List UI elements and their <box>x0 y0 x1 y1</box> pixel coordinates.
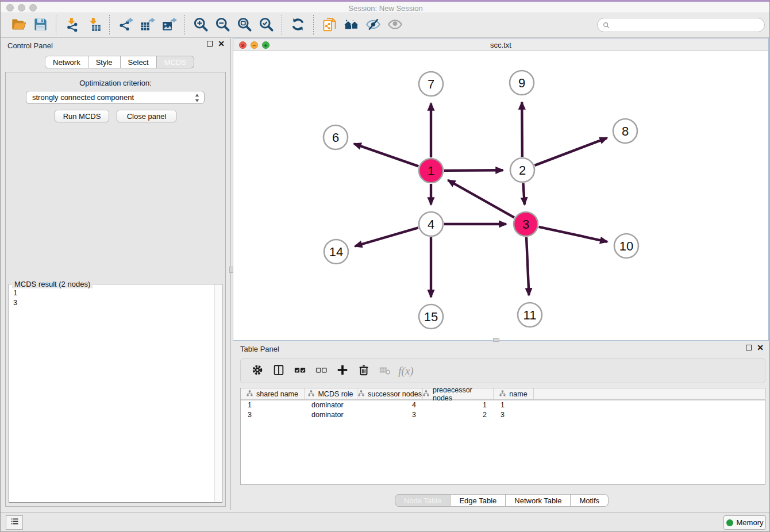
table-row[interactable]: 1dominator411 <box>241 400 765 410</box>
column-header-successor-nodes[interactable]: successor nodes <box>357 388 423 399</box>
edge-2-8[interactable] <box>535 138 607 165</box>
search-box[interactable] <box>597 18 765 32</box>
column-header-MCDS-role[interactable]: MCDS role <box>305 388 357 399</box>
result-scrollbar[interactable] <box>214 284 222 502</box>
node-1[interactable]: 1 <box>419 159 443 183</box>
table-float-panel-icon[interactable] <box>746 345 752 350</box>
close-panel-button[interactable]: Close panel <box>117 110 176 122</box>
node-7[interactable]: 7 <box>419 72 443 96</box>
table-cell[interactable]: 3 <box>241 410 305 420</box>
refresh-button[interactable] <box>287 16 309 35</box>
import-table-button[interactable] <box>83 16 105 35</box>
table-cell[interactable]: 1 <box>241 400 305 410</box>
tab-motifs[interactable]: Motifs <box>571 494 609 507</box>
save-icon <box>33 17 48 34</box>
node-15[interactable]: 15 <box>419 304 443 329</box>
unselect-all-columns-button[interactable] <box>310 361 332 381</box>
zoom-selected-icon <box>259 17 274 34</box>
table-settings-button[interactable] <box>247 361 268 381</box>
window-title: Session: New Session <box>1 4 770 13</box>
tab-network[interactable]: Network <box>45 56 88 68</box>
memory-button[interactable]: Memory <box>723 515 766 530</box>
tab-style[interactable]: Style <box>88 56 121 68</box>
open-file-button[interactable] <box>7 16 29 35</box>
export-image-button[interactable] <box>158 16 180 35</box>
toolbar-separator <box>313 15 314 36</box>
edge-3-1[interactable] <box>448 180 514 218</box>
save-session-button[interactable] <box>29 16 51 35</box>
select-all-columns-button[interactable] <box>289 361 310 381</box>
control-panel-tabs: NetworkStyleSelectMCDS <box>45 56 194 68</box>
table-cell[interactable]: dominator <box>305 400 357 410</box>
node-9[interactable]: 9 <box>510 71 534 95</box>
search-input[interactable] <box>613 21 760 29</box>
column-header-predecessor-nodes[interactable]: predecessor nodes <box>423 388 494 399</box>
delete-table-button[interactable] <box>374 361 395 381</box>
zoom-out-icon <box>215 17 230 34</box>
node-8[interactable]: 8 <box>613 119 637 143</box>
toolbar-separator <box>56 15 56 36</box>
import-network-button[interactable] <box>61 16 83 35</box>
network-graph[interactable]: 1234678910111415 <box>233 51 767 340</box>
node-10[interactable]: 10 <box>614 234 638 258</box>
hide-selected-button[interactable] <box>362 16 384 35</box>
edge-3-10[interactable] <box>538 227 607 242</box>
zoom-fit-button[interactable] <box>233 16 255 35</box>
task-history-button[interactable] <box>6 515 23 530</box>
table-row[interactable]: 3dominator323 <box>241 410 765 420</box>
vertical-splitter-handle[interactable] <box>229 267 233 273</box>
export-table-button[interactable] <box>136 16 158 35</box>
export-network-button[interactable] <box>114 16 136 35</box>
node-4[interactable]: 4 <box>419 212 443 236</box>
zoom-out-button[interactable] <box>211 16 233 35</box>
node-6[interactable]: 6 <box>324 125 348 149</box>
duplicate-network-button[interactable] <box>318 16 340 35</box>
show-columns-button[interactable] <box>268 361 289 381</box>
create-column-button[interactable] <box>332 361 353 381</box>
function-builder-button[interactable]: f(x) <box>395 361 417 381</box>
network-canvas[interactable]: 1234678910111415 <box>233 51 768 340</box>
first-neighbors-button[interactable] <box>340 16 362 35</box>
delete-column-button[interactable] <box>353 361 374 381</box>
table-tabs: Node TableEdge TableNetwork TableMotifs <box>233 494 770 507</box>
table-cell[interactable]: 3 <box>494 410 534 420</box>
toolbar-separator <box>282 15 282 36</box>
table-cell[interactable]: 2 <box>423 410 494 420</box>
node-11[interactable]: 11 <box>518 303 542 327</box>
table-cell[interactable]: 4 <box>357 400 423 410</box>
edge-3-11[interactable] <box>526 237 529 295</box>
edge-2-3[interactable] <box>523 183 524 205</box>
node-3[interactable]: 3 <box>514 212 538 236</box>
tab-mcds[interactable]: MCDS <box>157 56 194 68</box>
edge-1-2[interactable] <box>444 170 503 171</box>
edge-2-9[interactable] <box>522 102 522 157</box>
table-cell[interactable]: 3 <box>357 410 423 420</box>
column-header-name[interactable]: name <box>494 388 534 399</box>
tab-node-table[interactable]: Node Table <box>395 494 451 507</box>
table-cell[interactable]: 1 <box>494 400 534 410</box>
table-cell[interactable]: 1 <box>423 400 494 410</box>
node-label: 9 <box>518 76 525 90</box>
node-14[interactable]: 14 <box>324 240 348 264</box>
edge-4-14[interactable] <box>355 228 418 246</box>
tree-icon <box>358 390 364 398</box>
run-mcds-button[interactable]: Run MCDS <box>55 110 109 122</box>
close-panel-icon[interactable]: ✕ <box>218 41 225 47</box>
horizontal-splitter-handle[interactable] <box>493 338 499 342</box>
tab-edge-table[interactable]: Edge Table <box>451 494 506 507</box>
node-2[interactable]: 2 <box>510 158 534 182</box>
application-window: Session: New Session Control Panel ✕ Net… <box>0 0 770 532</box>
mcds-result-list[interactable]: 13 <box>9 286 214 502</box>
gear-icon <box>251 364 264 379</box>
tab-network-table[interactable]: Network Table <box>506 494 571 507</box>
optimization-criterion-select[interactable]: strongly connected component <box>26 91 205 104</box>
zoom-selected-button[interactable] <box>255 16 277 35</box>
float-panel-icon[interactable] <box>207 41 213 47</box>
tab-select[interactable]: Select <box>121 56 157 68</box>
column-header-shared-name[interactable]: shared name <box>241 388 305 399</box>
edge-1-6[interactable] <box>354 144 418 166</box>
table-close-panel-icon[interactable]: ✕ <box>757 345 764 350</box>
show-all-button[interactable] <box>384 16 406 35</box>
table-cell[interactable]: dominator <box>305 410 357 420</box>
zoom-in-button[interactable] <box>190 16 211 35</box>
